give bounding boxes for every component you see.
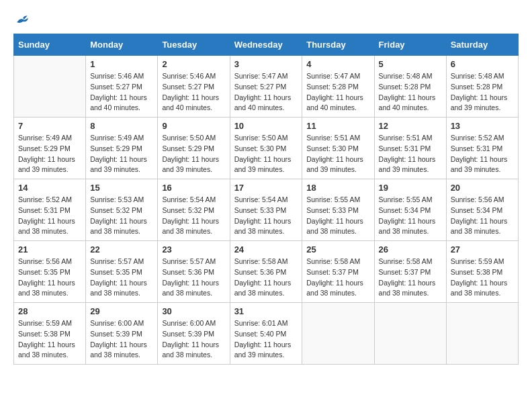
day-number: 20 bbox=[451, 183, 514, 193]
day-info: Sunrise: 5:46 AMSunset: 5:27 PMDaylight:… bbox=[162, 71, 225, 113]
day-number: 5 bbox=[379, 59, 442, 69]
calendar-cell: 18Sunrise: 5:55 AMSunset: 5:33 PMDayligh… bbox=[302, 179, 374, 241]
calendar-cell: 6Sunrise: 5:48 AMSunset: 5:28 PMDaylight… bbox=[446, 56, 518, 118]
calendar-week-row: 21Sunrise: 5:56 AMSunset: 5:35 PMDayligh… bbox=[14, 241, 519, 303]
day-header-friday: Friday bbox=[374, 34, 446, 56]
calendar-cell bbox=[374, 303, 446, 365]
day-info: Sunrise: 5:58 AMSunset: 5:36 PMDaylight:… bbox=[234, 257, 298, 299]
day-info: Sunrise: 5:52 AMSunset: 5:31 PMDaylight:… bbox=[451, 133, 514, 175]
calendar-cell: 23Sunrise: 5:57 AMSunset: 5:36 PMDayligh… bbox=[158, 241, 230, 303]
calendar-cell: 16Sunrise: 5:54 AMSunset: 5:32 PMDayligh… bbox=[158, 179, 230, 241]
calendar-cell: 29Sunrise: 6:00 AMSunset: 5:39 PMDayligh… bbox=[86, 303, 158, 365]
day-number: 11 bbox=[306, 121, 369, 131]
day-number: 25 bbox=[306, 244, 369, 255]
calendar-cell: 20Sunrise: 5:56 AMSunset: 5:34 PMDayligh… bbox=[446, 179, 518, 241]
day-info: Sunrise: 6:01 AMSunset: 5:40 PMDaylight:… bbox=[234, 318, 298, 361]
day-number: 14 bbox=[18, 183, 81, 193]
calendar-cell: 26Sunrise: 5:58 AMSunset: 5:37 PMDayligh… bbox=[374, 241, 446, 303]
day-number: 8 bbox=[90, 121, 153, 131]
day-number: 13 bbox=[451, 121, 514, 131]
calendar-cell: 11Sunrise: 5:51 AMSunset: 5:30 PMDayligh… bbox=[302, 118, 374, 179]
day-number: 3 bbox=[234, 59, 298, 69]
calendar-cell: 7Sunrise: 5:49 AMSunset: 5:29 PMDaylight… bbox=[14, 118, 86, 179]
calendar-cell: 1Sunrise: 5:46 AMSunset: 5:27 PMDaylight… bbox=[86, 56, 158, 118]
day-header-tuesday: Tuesday bbox=[158, 34, 230, 56]
calendar-header-row: SundayMondayTuesdayWednesdayThursdayFrid… bbox=[14, 34, 519, 56]
day-info: Sunrise: 5:57 AMSunset: 5:36 PMDaylight:… bbox=[162, 257, 225, 299]
calendar-cell: 9Sunrise: 5:50 AMSunset: 5:29 PMDaylight… bbox=[158, 118, 230, 179]
calendar-cell: 15Sunrise: 5:53 AMSunset: 5:32 PMDayligh… bbox=[86, 179, 158, 241]
day-number: 27 bbox=[451, 244, 514, 255]
calendar-cell bbox=[302, 303, 374, 365]
day-number: 29 bbox=[90, 306, 153, 316]
day-number: 10 bbox=[234, 121, 298, 131]
day-number: 7 bbox=[18, 121, 81, 131]
day-info: Sunrise: 5:58 AMSunset: 5:37 PMDaylight:… bbox=[379, 257, 442, 299]
calendar-cell: 28Sunrise: 5:59 AMSunset: 5:38 PMDayligh… bbox=[14, 303, 86, 365]
day-number: 23 bbox=[162, 244, 225, 255]
day-info: Sunrise: 5:54 AMSunset: 5:33 PMDaylight:… bbox=[234, 195, 298, 237]
day-header-wednesday: Wednesday bbox=[230, 34, 302, 56]
calendar-cell: 2Sunrise: 5:46 AMSunset: 5:27 PMDaylight… bbox=[158, 56, 230, 118]
day-info: Sunrise: 5:47 AMSunset: 5:28 PMDaylight:… bbox=[306, 71, 369, 113]
calendar-cell: 21Sunrise: 5:56 AMSunset: 5:35 PMDayligh… bbox=[14, 241, 86, 303]
day-number: 17 bbox=[234, 183, 298, 193]
day-info: Sunrise: 5:51 AMSunset: 5:31 PMDaylight:… bbox=[379, 133, 442, 175]
day-info: Sunrise: 5:46 AMSunset: 5:27 PMDaylight:… bbox=[90, 71, 153, 113]
day-info: Sunrise: 5:58 AMSunset: 5:37 PMDaylight:… bbox=[306, 257, 369, 299]
day-info: Sunrise: 5:53 AMSunset: 5:32 PMDaylight:… bbox=[90, 195, 153, 237]
calendar-cell: 24Sunrise: 5:58 AMSunset: 5:36 PMDayligh… bbox=[230, 241, 302, 303]
day-info: Sunrise: 5:56 AMSunset: 5:35 PMDaylight:… bbox=[18, 257, 81, 299]
calendar-week-row: 14Sunrise: 5:52 AMSunset: 5:31 PMDayligh… bbox=[14, 179, 519, 241]
day-header-monday: Monday bbox=[86, 34, 158, 56]
day-number: 28 bbox=[18, 306, 81, 316]
calendar-cell: 22Sunrise: 5:57 AMSunset: 5:35 PMDayligh… bbox=[86, 241, 158, 303]
day-number: 1 bbox=[90, 59, 153, 69]
day-header-saturday: Saturday bbox=[446, 34, 518, 56]
calendar-week-row: 28Sunrise: 5:59 AMSunset: 5:38 PMDayligh… bbox=[14, 303, 519, 365]
calendar-cell: 17Sunrise: 5:54 AMSunset: 5:33 PMDayligh… bbox=[230, 179, 302, 241]
calendar-cell: 19Sunrise: 5:55 AMSunset: 5:34 PMDayligh… bbox=[374, 179, 446, 241]
day-info: Sunrise: 5:50 AMSunset: 5:30 PMDaylight:… bbox=[234, 133, 298, 175]
day-info: Sunrise: 5:52 AMSunset: 5:31 PMDaylight:… bbox=[18, 195, 81, 237]
day-number: 19 bbox=[379, 183, 442, 193]
day-info: Sunrise: 5:51 AMSunset: 5:30 PMDaylight:… bbox=[306, 133, 369, 175]
day-header-thursday: Thursday bbox=[302, 34, 374, 56]
day-info: Sunrise: 5:47 AMSunset: 5:27 PMDaylight:… bbox=[234, 71, 298, 113]
day-number: 22 bbox=[90, 244, 153, 255]
day-info: Sunrise: 5:48 AMSunset: 5:28 PMDaylight:… bbox=[379, 71, 442, 113]
calendar-cell: 30Sunrise: 6:00 AMSunset: 5:39 PMDayligh… bbox=[158, 303, 230, 365]
calendar-cell bbox=[446, 303, 518, 365]
day-number: 12 bbox=[379, 121, 442, 131]
day-number: 31 bbox=[234, 306, 298, 316]
calendar-cell bbox=[14, 56, 86, 118]
day-info: Sunrise: 5:59 AMSunset: 5:38 PMDaylight:… bbox=[18, 318, 81, 361]
day-info: Sunrise: 5:50 AMSunset: 5:29 PMDaylight:… bbox=[162, 133, 225, 175]
calendar-cell: 13Sunrise: 5:52 AMSunset: 5:31 PMDayligh… bbox=[446, 118, 518, 179]
day-info: Sunrise: 5:56 AMSunset: 5:34 PMDaylight:… bbox=[451, 195, 514, 237]
day-header-sunday: Sunday bbox=[14, 34, 86, 56]
calendar-cell: 5Sunrise: 5:48 AMSunset: 5:28 PMDaylight… bbox=[374, 56, 446, 118]
day-number: 26 bbox=[379, 244, 442, 255]
day-number: 6 bbox=[451, 59, 514, 69]
day-number: 16 bbox=[162, 183, 225, 193]
logo bbox=[13, 13, 28, 27]
day-info: Sunrise: 5:55 AMSunset: 5:34 PMDaylight:… bbox=[379, 195, 442, 237]
calendar-week-row: 7Sunrise: 5:49 AMSunset: 5:29 PMDaylight… bbox=[14, 118, 519, 179]
day-number: 21 bbox=[18, 244, 81, 255]
day-info: Sunrise: 6:00 AMSunset: 5:39 PMDaylight:… bbox=[90, 318, 153, 361]
calendar-cell: 3Sunrise: 5:47 AMSunset: 5:27 PMDaylight… bbox=[230, 56, 302, 118]
calendar-cell: 27Sunrise: 5:59 AMSunset: 5:38 PMDayligh… bbox=[446, 241, 518, 303]
day-number: 24 bbox=[234, 244, 298, 255]
calendar-cell: 12Sunrise: 5:51 AMSunset: 5:31 PMDayligh… bbox=[374, 118, 446, 179]
day-info: Sunrise: 5:55 AMSunset: 5:33 PMDaylight:… bbox=[306, 195, 369, 237]
day-number: 18 bbox=[306, 183, 369, 193]
calendar-cell: 4Sunrise: 5:47 AMSunset: 5:28 PMDaylight… bbox=[302, 56, 374, 118]
day-number: 30 bbox=[162, 306, 225, 316]
calendar-cell: 25Sunrise: 5:58 AMSunset: 5:37 PMDayligh… bbox=[302, 241, 374, 303]
day-info: Sunrise: 5:49 AMSunset: 5:29 PMDaylight:… bbox=[18, 133, 81, 175]
calendar-week-row: 1Sunrise: 5:46 AMSunset: 5:27 PMDaylight… bbox=[14, 56, 519, 118]
calendar-cell: 14Sunrise: 5:52 AMSunset: 5:31 PMDayligh… bbox=[14, 179, 86, 241]
day-number: 2 bbox=[162, 59, 225, 69]
day-info: Sunrise: 5:59 AMSunset: 5:38 PMDaylight:… bbox=[451, 257, 514, 299]
